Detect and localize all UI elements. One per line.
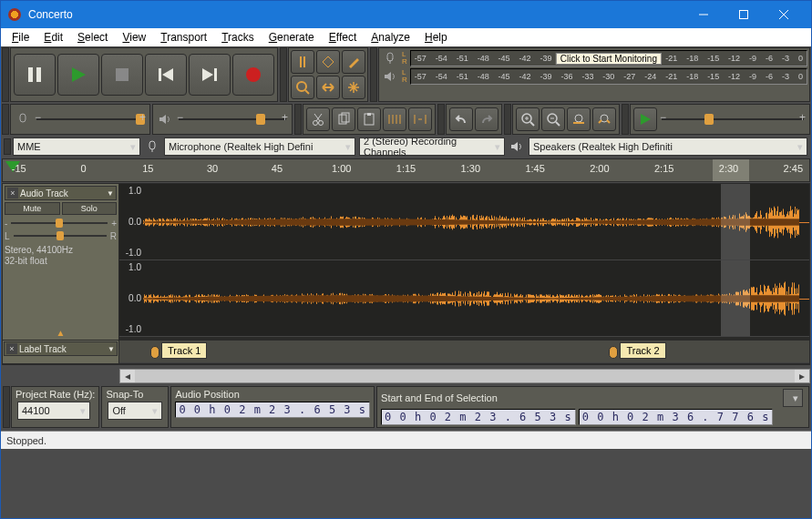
skip-start-button[interactable] <box>145 54 187 96</box>
zoom-in-button[interactable] <box>516 107 540 131</box>
menu-edit[interactable]: Edit <box>36 29 70 46</box>
fit-selection-button[interactable] <box>567 107 591 131</box>
scroll-left-button[interactable]: ◂ <box>120 370 135 382</box>
track-name[interactable]: Audio Track <box>20 188 68 198</box>
menu-select[interactable]: Select <box>70 29 115 46</box>
svg-marker-32 <box>641 114 651 125</box>
envelope-tool-button[interactable] <box>316 50 340 74</box>
meter-lr-label: LR <box>400 69 409 84</box>
redo-button[interactable] <box>475 107 499 131</box>
draw-tool-button[interactable] <box>342 50 365 74</box>
track-close-button[interactable]: × <box>7 188 18 198</box>
track-name[interactable]: Label Track <box>19 344 67 354</box>
copy-button[interactable] <box>332 107 355 131</box>
solo-button[interactable]: Solo <box>62 202 118 215</box>
selection-start-field[interactable]: 0 0 h 0 2 m 2 3 . 6 5 3 s <box>381 409 576 425</box>
menu-analyze[interactable]: Analyze <box>364 29 417 46</box>
paste-button[interactable] <box>357 107 381 131</box>
undo-button[interactable] <box>449 107 473 131</box>
fit-project-button[interactable] <box>592 107 616 131</box>
scrollbar-thumb[interactable] <box>135 370 795 382</box>
gain-slider[interactable]: -+ <box>5 217 117 229</box>
zoom-tool-button[interactable] <box>291 76 314 99</box>
cut-button[interactable] <box>306 107 330 131</box>
timeline-label: 0 <box>80 163 86 174</box>
toolbar-grip[interactable] <box>622 104 629 135</box>
play-speed-slider[interactable]: −+ <box>662 111 804 127</box>
label-marker[interactable]: Track 2 <box>609 342 665 359</box>
menubar: FileEditSelectViewTransportTracksGenerat… <box>1 28 811 46</box>
collapse-button[interactable]: ▲ <box>57 328 66 338</box>
mute-button[interactable]: Mute <box>5 202 60 215</box>
recording-device-select[interactable]: Microphone (Realtek High Defini▾ <box>164 137 355 156</box>
audio-host-select[interactable]: MME▾ <box>13 137 140 156</box>
toolbar-grip[interactable] <box>370 47 377 102</box>
marker-handle-icon[interactable] <box>150 346 159 359</box>
toolbar-grip[interactable] <box>4 138 11 155</box>
record-button[interactable] <box>232 54 274 96</box>
trim-button[interactable] <box>383 107 406 131</box>
timeshift-tool-button[interactable] <box>316 76 340 99</box>
pan-slider[interactable]: LR <box>5 229 117 242</box>
project-rate-panel: Project Rate (Hz): 44100▾ <box>11 386 99 428</box>
marker-label[interactable]: Track 2 <box>620 342 665 359</box>
pause-button[interactable] <box>14 54 56 96</box>
close-button[interactable] <box>764 1 804 28</box>
meter-click-label[interactable]: Click to Start Monitoring <box>556 53 662 65</box>
multi-tool-button[interactable] <box>342 76 365 99</box>
snap-to-select[interactable]: Off▾ <box>108 402 162 420</box>
snap-to-label: Snap-To <box>106 389 164 400</box>
menu-help[interactable]: Help <box>417 29 455 46</box>
zoom-out-button[interactable] <box>541 107 565 131</box>
track-menu-button[interactable]: ▼ <box>107 189 114 198</box>
recording-channels-select[interactable]: 2 (Stereo) Recording Channels▾ <box>359 137 505 156</box>
maximize-button[interactable] <box>724 1 764 28</box>
speaker-meter-icon[interactable] <box>380 67 400 86</box>
toolbar-grip[interactable] <box>437 104 445 135</box>
timeline-label: 2:30 <box>719 163 738 174</box>
toolbar-grip[interactable] <box>294 104 302 135</box>
mic-meter-icon[interactable] <box>380 49 400 67</box>
scroll-right-button[interactable]: ▸ <box>795 370 809 382</box>
audio-position-field[interactable]: 0 0 h 0 2 m 2 3 . 6 5 3 s <box>175 402 370 418</box>
toolbar-grip[interactable] <box>280 47 287 102</box>
label-track-area[interactable]: Track 1Track 2 <box>119 341 809 362</box>
project-rate-select[interactable]: 44100▾ <box>17 402 90 420</box>
playback-device-select[interactable]: Speakers (Realtek High Definiti▾ <box>529 137 807 156</box>
menu-tracks[interactable]: Tracks <box>214 29 262 46</box>
marker-handle-icon[interactable] <box>609 346 618 359</box>
play-button[interactable] <box>57 54 99 96</box>
horizontal-scrollbar[interactable]: ◂ ▸ <box>119 369 810 383</box>
selection-tool-button[interactable] <box>291 50 314 74</box>
playback-meter[interactable]: -57-54-51-48-45-42-39-36-33-30-27-24-21-… <box>410 68 807 85</box>
menu-file[interactable]: File <box>5 29 36 46</box>
waveform-area[interactable]: 1.0 0.0 -1.0 1.0 0.0 -1.0 <box>119 184 809 340</box>
selection-type-select[interactable]: ▾ <box>783 389 803 407</box>
svg-point-17 <box>313 121 318 126</box>
menu-view[interactable]: View <box>115 29 153 46</box>
stop-button[interactable] <box>101 54 143 96</box>
menu-effect[interactable]: Effect <box>322 29 364 46</box>
skip-end-button[interactable] <box>189 54 231 96</box>
track-close-button[interactable]: × <box>6 343 17 354</box>
recording-meter[interactable]: -57-54-51-48-45-42-39-36-33-30-27-24-21-… <box>410 50 807 66</box>
selection-end-field[interactable]: 0 0 h 0 2 m 3 6 . 7 7 6 s <box>579 409 774 425</box>
timeline-ruler[interactable]: -1501530451:001:151:301:452:002:152:302:… <box>2 158 810 182</box>
play-at-speed-button[interactable] <box>633 107 657 131</box>
audio-position-panel: Audio Position 0 0 h 0 2 m 2 3 . 6 5 3 s <box>170 386 375 428</box>
menu-transport[interactable]: Transport <box>153 29 214 46</box>
marker-label[interactable]: Track 1 <box>161 342 207 359</box>
toolbar-grip[interactable] <box>3 386 10 428</box>
toolbar-grip[interactable] <box>2 104 9 135</box>
silence-button[interactable] <box>408 107 432 131</box>
svg-rect-8 <box>159 68 161 81</box>
minimize-button[interactable] <box>684 1 724 28</box>
track-menu-button[interactable]: ▼ <box>108 345 115 353</box>
playback-volume-slider[interactable]: −+ <box>179 111 286 127</box>
svg-rect-4 <box>28 67 33 82</box>
recording-volume-slider[interactable]: −+ <box>36 111 144 127</box>
toolbar-grip[interactable] <box>2 47 9 102</box>
menu-generate[interactable]: Generate <box>262 29 322 46</box>
toolbar-grip[interactable] <box>504 104 511 135</box>
label-marker[interactable]: Track 1 <box>150 342 207 359</box>
